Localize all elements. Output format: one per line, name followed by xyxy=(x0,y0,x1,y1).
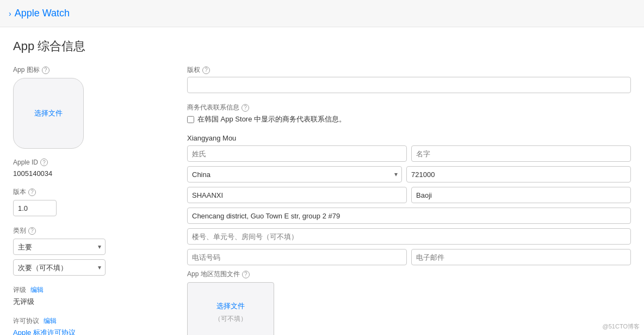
secondary-category-wrapper[interactable]: 次要（可不填） xyxy=(13,259,106,276)
geo-help-icon[interactable]: ? xyxy=(242,271,250,278)
section-title: App 综合信息 xyxy=(13,38,631,54)
address2-row xyxy=(187,228,631,245)
postal-code-input[interactable] xyxy=(406,166,631,182)
category-group: 类别 ? 主要 次要（可不填） xyxy=(13,226,165,276)
geo-label: App 地区范围文件 ? xyxy=(187,270,631,279)
first-name-input[interactable] xyxy=(411,145,631,162)
phone-email-row xyxy=(187,249,631,265)
geo-optional-text: （可不填） xyxy=(214,314,247,324)
breadcrumb-arrow: › xyxy=(9,9,11,18)
watermark: @51CTO博客 xyxy=(603,322,640,331)
category-help-icon[interactable]: ? xyxy=(28,227,36,235)
main-content: App 综合信息 App 图标 ? 选择文件 Apple ID ? 10 xyxy=(0,27,644,335)
apple-id-help-icon[interactable]: ? xyxy=(40,159,48,166)
version-input[interactable] xyxy=(13,200,57,216)
country-select-wrapper[interactable]: China United States Japan Korea xyxy=(187,166,402,182)
state-input[interactable] xyxy=(187,187,407,203)
rating-edit-link[interactable]: 编辑 xyxy=(30,285,44,295)
address1-row xyxy=(187,208,631,224)
name-row xyxy=(187,145,631,162)
trade-rep-checkbox[interactable] xyxy=(187,116,194,123)
category-label: 类别 ? xyxy=(13,226,165,235)
secondary-category-select[interactable]: 次要（可不填） xyxy=(13,259,106,276)
phone-input[interactable] xyxy=(187,249,407,265)
primary-category-select[interactable]: 主要 xyxy=(13,239,106,255)
license-row: 许可协议 编辑 xyxy=(13,316,165,326)
rating-group: 评级 编辑 无评级 xyxy=(13,285,165,307)
trade-rep-checkbox-label: 在韩国 App Store 中显示的商务代表联系信息。 xyxy=(197,114,346,124)
country-postal-row: China United States Japan Korea xyxy=(187,166,631,182)
version-help-icon[interactable]: ? xyxy=(28,188,36,196)
state-city-row xyxy=(187,187,631,203)
app-icon-choose-file[interactable]: 选择文件 xyxy=(34,108,63,118)
rating-row: 评级 编辑 xyxy=(13,285,165,295)
license-link[interactable]: Apple 标准许可协议 xyxy=(13,328,76,335)
trade-rep-help-icon[interactable]: ? xyxy=(242,104,249,112)
copyright-help-icon[interactable]: ? xyxy=(202,66,210,74)
address1-input[interactable] xyxy=(187,208,631,224)
country-select[interactable]: China United States Japan Korea xyxy=(187,166,402,182)
apple-id-value: 1005140034 xyxy=(13,169,165,178)
contact-name: Xiangyang Mou xyxy=(187,134,631,142)
trade-rep-checkbox-row: 在韩国 App Store 中显示的商务代表联系信息。 xyxy=(187,114,631,124)
trade-rep-label: 商务代表联系信息 ? xyxy=(187,103,631,112)
copyright-label: 版权 ? xyxy=(187,65,631,75)
city-input[interactable] xyxy=(411,187,631,203)
last-name-input[interactable] xyxy=(187,145,407,162)
copyright-input[interactable] xyxy=(187,77,631,93)
license-label: 许可协议 xyxy=(13,316,39,326)
license-edit-link[interactable]: 编辑 xyxy=(44,316,57,326)
geo-file-group: App 地区范围文件 ? 选择文件 （可不填） xyxy=(187,270,631,335)
version-group: 版本 ? xyxy=(13,187,165,216)
breadcrumb-bar: › Apple Watch xyxy=(0,0,644,27)
app-icon-label: App 图标 ? xyxy=(13,65,165,75)
left-column: App 图标 ? 选择文件 Apple ID ? 1005140034 版本 xyxy=(13,65,165,335)
apple-id-label: Apple ID ? xyxy=(13,159,165,166)
geo-file-upload-box[interactable]: 选择文件 （可不填） xyxy=(187,282,274,335)
trade-rep-group: 商务代表联系信息 ? 在韩国 App Store 中显示的商务代表联系信息。 xyxy=(187,103,631,124)
app-icon-help-icon[interactable]: ? xyxy=(42,66,49,74)
breadcrumb-title[interactable]: Apple Watch xyxy=(15,8,70,19)
two-column-layout: App 图标 ? 选择文件 Apple ID ? 1005140034 版本 xyxy=(13,65,631,335)
rating-value: 无评级 xyxy=(13,297,165,307)
rating-label: 评级 xyxy=(13,285,26,295)
address2-input[interactable] xyxy=(187,228,631,245)
right-column: 版权 ? 商务代表联系信息 ? 在韩国 App Store 中显示的商务代表联系… xyxy=(187,65,631,335)
apple-id-group: Apple ID ? 1005140034 xyxy=(13,159,165,178)
license-group: 许可协议 编辑 Apple 标准许可协议 xyxy=(13,316,165,335)
app-icon-group: App 图标 ? 选择文件 xyxy=(13,65,165,149)
app-icon-upload-box[interactable]: 选择文件 xyxy=(13,78,84,149)
copyright-group: 版权 ? xyxy=(187,65,631,93)
version-label: 版本 ? xyxy=(13,187,165,197)
email-input[interactable] xyxy=(411,249,631,265)
geo-choose-file[interactable]: 选择文件 xyxy=(216,301,245,311)
primary-category-wrapper[interactable]: 主要 xyxy=(13,239,106,255)
